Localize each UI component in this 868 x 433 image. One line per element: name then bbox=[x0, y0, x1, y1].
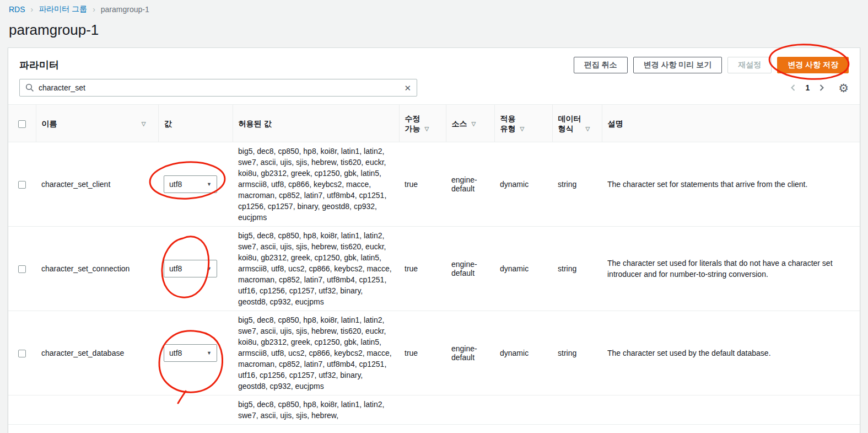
description: The character set used for literals that… bbox=[602, 227, 860, 311]
apply-type-value: dynamic bbox=[494, 311, 552, 395]
breadcrumb-parameter-groups[interactable]: 파라미터 그룹 bbox=[39, 4, 87, 14]
sort-icon[interactable] bbox=[520, 124, 525, 133]
modifiable-value: true bbox=[399, 142, 446, 227]
value-select[interactable]: utf8 ▼ bbox=[164, 260, 217, 277]
source-value bbox=[446, 395, 494, 425]
allowed-values: big5, dec8, cp850, hp8, koi8r, latin1, l… bbox=[233, 142, 399, 227]
row-checkbox[interactable] bbox=[18, 181, 26, 189]
param-name bbox=[36, 395, 158, 425]
source-value: engine-default bbox=[446, 227, 494, 311]
column-header-data-type[interactable]: 데이터 형식 bbox=[558, 114, 581, 133]
column-header-description: 설명 bbox=[608, 119, 623, 129]
breadcrumb-rds[interactable]: RDS bbox=[9, 5, 25, 14]
value-select[interactable]: utf8 ▼ bbox=[164, 175, 217, 193]
value-select[interactable]: utf8 ▼ bbox=[164, 344, 217, 362]
table-toolbar: ✕ 1 ⚙ bbox=[8, 78, 860, 97]
table-header-row: 이름 값 허용된 값 수정 가능 소스 적용 유형 데이터 형식 설명 bbox=[8, 105, 860, 142]
search-icon bbox=[25, 83, 34, 92]
column-header-source[interactable]: 소스 bbox=[452, 119, 467, 129]
value-select-text: utf8 bbox=[169, 264, 182, 273]
table-row-partial: ▼ big5, dec8, cp850, hp8, koi8r, latin1,… bbox=[8, 395, 860, 425]
chevron-down-icon: ▼ bbox=[207, 350, 212, 356]
sort-icon[interactable] bbox=[472, 119, 476, 129]
pagination: 1 ⚙ bbox=[790, 82, 849, 94]
data-type-value: string bbox=[552, 227, 602, 311]
page-title: paramgroup-1 bbox=[0, 14, 868, 47]
select-all-checkbox[interactable] bbox=[18, 120, 26, 128]
panel-actions: 편집 취소 변경 사항 미리 보기 재설정 변경 사항 저장 bbox=[574, 57, 849, 73]
column-header-name[interactable]: 이름 bbox=[42, 119, 57, 129]
description: The character set used by the default da… bbox=[602, 311, 860, 395]
description: The character set for statements that ar… bbox=[602, 142, 860, 227]
breadcrumb-separator-icon: › bbox=[31, 5, 34, 14]
panel-header: 파라미터 편집 취소 변경 사항 미리 보기 재설정 변경 사항 저장 bbox=[8, 48, 860, 78]
column-header-modifiable[interactable]: 수정 가능 bbox=[405, 114, 420, 133]
value-select-text: utf8 bbox=[169, 180, 182, 189]
save-changes-button[interactable]: 변경 사항 저장 bbox=[777, 57, 849, 73]
panel-title: 파라미터 bbox=[19, 58, 59, 72]
apply-type-value: dynamic bbox=[494, 142, 552, 227]
param-name: character_set_client bbox=[36, 142, 158, 227]
next-page-icon[interactable] bbox=[818, 83, 825, 92]
sort-icon[interactable] bbox=[586, 124, 590, 133]
breadcrumb-separator-icon: › bbox=[93, 5, 95, 14]
breadcrumb-bar: RDS › 파라미터 그룹 › paramgroup-1 bbox=[0, 0, 868, 14]
prev-page-icon[interactable] bbox=[790, 83, 796, 92]
sort-icon[interactable] bbox=[142, 119, 146, 129]
row-checkbox[interactable] bbox=[18, 265, 26, 273]
table-row: character_set_connection utf8 ▼ big5, de… bbox=[8, 227, 860, 311]
source-value: engine-default bbox=[446, 311, 494, 395]
source-value: engine-default bbox=[446, 142, 494, 227]
modifiable-value: true bbox=[399, 311, 446, 395]
data-type-value: string bbox=[552, 311, 602, 395]
search-box: ✕ bbox=[19, 79, 417, 97]
table-row: character_set_database utf8 ▼ big5, dec8… bbox=[8, 311, 860, 395]
data-type-value bbox=[552, 395, 602, 425]
apply-type-value bbox=[494, 395, 552, 425]
allowed-values: big5, dec8, cp850, hp8, koi8r, latin1, l… bbox=[233, 311, 399, 395]
search-input[interactable] bbox=[39, 83, 400, 92]
allowed-values: big5, dec8, cp850, hp8, koi8r, latin1, l… bbox=[233, 227, 399, 311]
cancel-edit-button[interactable]: 편집 취소 bbox=[574, 57, 628, 73]
reset-button[interactable]: 재설정 bbox=[727, 57, 772, 73]
row-checkbox[interactable] bbox=[18, 350, 26, 357]
column-header-apply-type[interactable]: 적용 유형 bbox=[500, 114, 516, 133]
modifiable-value bbox=[399, 395, 446, 425]
param-name: character_set_database bbox=[36, 311, 158, 395]
column-header-value: 값 bbox=[164, 119, 172, 129]
breadcrumb: RDS › 파라미터 그룹 › paramgroup-1 bbox=[9, 4, 859, 14]
parameters-table: 이름 값 허용된 값 수정 가능 소스 적용 유형 데이터 형식 설명 char… bbox=[8, 104, 860, 425]
apply-type-value: dynamic bbox=[494, 227, 552, 311]
parameters-panel: 파라미터 편집 취소 변경 사항 미리 보기 재설정 변경 사항 저장 ✕ 1 … bbox=[8, 47, 860, 433]
chevron-down-icon: ▼ bbox=[207, 266, 212, 271]
allowed-values: big5, dec8, cp850, hp8, koi8r, latin1, l… bbox=[233, 395, 399, 425]
data-type-value: string bbox=[552, 142, 602, 227]
description bbox=[602, 395, 860, 425]
preview-changes-button[interactable]: 변경 사항 미리 보기 bbox=[633, 57, 723, 73]
modifiable-value: true bbox=[399, 227, 446, 311]
value-select-text: utf8 bbox=[169, 349, 182, 357]
settings-gear-icon[interactable]: ⚙ bbox=[838, 82, 849, 94]
clear-search-icon[interactable]: ✕ bbox=[404, 84, 411, 92]
column-header-allowed-values: 허용된 값 bbox=[239, 119, 272, 129]
sort-icon[interactable] bbox=[425, 124, 429, 133]
breadcrumb-current: paramgroup-1 bbox=[101, 5, 149, 14]
current-page[interactable]: 1 bbox=[805, 83, 810, 92]
param-name: character_set_connection bbox=[36, 227, 158, 311]
table-row: character_set_client utf8 ▼ big5, dec8, … bbox=[8, 142, 860, 227]
chevron-down-icon: ▼ bbox=[207, 181, 212, 187]
